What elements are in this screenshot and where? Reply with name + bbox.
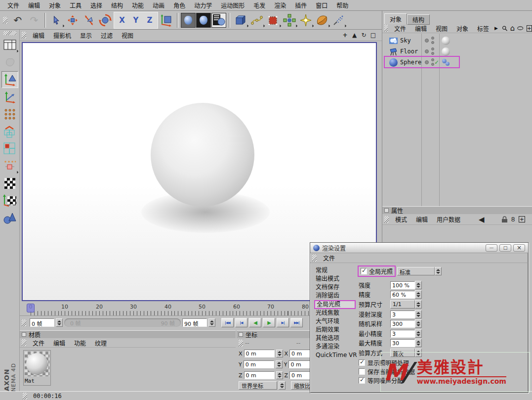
move-tool-button[interactable] (65, 12, 81, 28)
category-save[interactable]: 文档保存 (314, 283, 360, 292)
position-y-input[interactable]: 0 m (244, 360, 274, 368)
material-item[interactable]: Mat (23, 350, 51, 386)
minimize-button[interactable]: — (486, 244, 497, 252)
position-y-stepper[interactable] (276, 360, 283, 368)
materials-menu-texture[interactable]: 纹理 (90, 338, 111, 348)
add-generator-button[interactable] (265, 12, 281, 28)
object-manager-grip[interactable] (384, 25, 388, 32)
category-multipass[interactable]: 多通渲染 (314, 343, 360, 351)
om-menu-tags[interactable]: 标签 (473, 23, 493, 34)
om-menu-view[interactable]: 视图 (431, 23, 452, 34)
render-settings-button[interactable] (211, 13, 226, 28)
render-dot[interactable] (431, 52, 434, 55)
gi-mode-select[interactable]: 标准 (397, 267, 435, 275)
menu-hair[interactable]: 毛发 (249, 0, 270, 10)
show-prepass-checkbox[interactable] (359, 359, 365, 366)
eye-icon[interactable] (517, 25, 524, 31)
visibility-dot[interactable] (425, 49, 429, 53)
add-particles-button[interactable] (330, 12, 346, 28)
material-thumbnail[interactable] (25, 352, 49, 376)
add-light-button[interactable] (298, 12, 314, 28)
render-view-button[interactable] (181, 13, 196, 28)
frame-range-slider[interactable]: 0 帧 90 帧 (64, 318, 181, 327)
visibility-dot[interactable] (425, 60, 429, 64)
render-dot[interactable] (431, 41, 434, 44)
gi-enable-checkbox[interactable] (361, 268, 367, 274)
current-frame-stepper[interactable] (56, 318, 63, 327)
min-resolution-input[interactable]: 3 (390, 330, 415, 338)
coordinate-system-button[interactable] (159, 12, 174, 28)
play-button[interactable]: ▶ (263, 318, 275, 327)
dolly-view-icon[interactable]: ▲ (351, 32, 358, 39)
current-frame-marker[interactable] (27, 304, 35, 312)
play-backward-button[interactable]: ◀ (249, 318, 261, 327)
prepass-size-select[interactable]: 1/1 (390, 300, 415, 309)
add-modeling-button[interactable] (282, 12, 297, 28)
category-general[interactable]: 常规 (314, 267, 360, 275)
texture-axis-mode-button[interactable] (1, 192, 18, 209)
next-frame-button[interactable]: ▶| (277, 318, 289, 327)
rotate-view-icon[interactable]: ↻ (360, 32, 368, 39)
layout-preset-button[interactable] (1, 54, 18, 71)
add-spline-button[interactable] (249, 12, 265, 28)
add-layer-icon[interactable]: + (527, 25, 532, 32)
menu-file[interactable]: 文件 (3, 0, 24, 10)
menu-tools[interactable]: 工具 (65, 0, 86, 10)
category-global-illumination[interactable]: 全局光照 (314, 300, 356, 309)
category-caustics[interactable]: 光线焦散 (314, 309, 360, 317)
undo-button[interactable]: ↶ (10, 12, 26, 28)
status-grip[interactable] (23, 393, 27, 400)
add-attr-icon[interactable]: + (519, 216, 525, 222)
max-resolution-stepper[interactable] (415, 339, 422, 347)
menu-window[interactable]: 窗口 (311, 0, 332, 10)
menu-objects[interactable]: 对象 (44, 0, 65, 10)
menu-edit[interactable]: 编辑 (24, 0, 44, 10)
current-frame-input[interactable]: 0 帧 (30, 318, 54, 327)
category-quicktime-vr[interactable]: QuickTime VR (314, 351, 360, 359)
accuracy-stepper[interactable] (415, 290, 422, 299)
stochastic-samples-input[interactable]: 300 (390, 320, 415, 328)
menu-dynamics[interactable]: 动力学 (190, 0, 216, 10)
gi-mode-stepper[interactable] (435, 267, 442, 275)
position-x-stepper[interactable] (276, 350, 283, 357)
editor-dot[interactable] (431, 47, 434, 50)
menu-structure[interactable]: 结构 (107, 0, 127, 10)
category-options[interactable]: 其他选项 (314, 334, 360, 343)
lock-icon[interactable] (501, 216, 508, 223)
viewport-menu-edit[interactable]: 编辑 (28, 30, 49, 41)
save-solution-checkbox[interactable] (359, 368, 365, 375)
max-resolution-input[interactable]: 30 (390, 339, 415, 347)
render-picture-viewer-button[interactable] (196, 13, 211, 28)
live-selection-button[interactable] (48, 12, 64, 28)
position-z-input[interactable]: 0 m (244, 371, 275, 379)
search-icon[interactable] (502, 25, 508, 32)
object-name[interactable]: Sky (400, 37, 411, 44)
viewport-grip[interactable] (22, 32, 26, 39)
layout-manager-button[interactable] (1, 37, 18, 53)
transport-grip[interactable] (22, 319, 26, 326)
menu-selection[interactable]: 选择 (86, 0, 107, 10)
dialog-title-bar[interactable]: 渲染设置 — □ × (310, 243, 528, 253)
flyout-arrow-icon[interactable]: ▶ (494, 26, 498, 31)
category-ambient-occlusion[interactable]: 大气环境 (314, 317, 360, 326)
menu-character[interactable]: 角色 (169, 0, 190, 10)
object-row-sphere[interactable]: Sphere ✓ (383, 57, 531, 68)
editor-dot[interactable] (431, 37, 434, 40)
object-row-sky[interactable]: Sky (383, 36, 531, 46)
menu-mograph[interactable]: 运动图形 (216, 0, 249, 10)
strength-stepper[interactable] (415, 281, 422, 289)
materials-menu-function[interactable]: 功能 (70, 338, 90, 348)
prepass-size-stepper[interactable] (415, 300, 422, 309)
category-antialiasing[interactable]: 消除锯齿 (314, 292, 360, 300)
viewport-menu-view[interactable]: 视图 (117, 30, 138, 41)
close-button[interactable]: × (513, 244, 525, 252)
coordinates-grip[interactable] (239, 340, 243, 347)
texture-tag-icon[interactable] (442, 47, 450, 56)
diffuse-depth-stepper[interactable] (415, 310, 422, 318)
end-frame-stepper[interactable] (208, 318, 215, 327)
go-to-end-button[interactable]: ▶▶| (290, 318, 303, 327)
om-menu-file[interactable]: 文件 (390, 23, 410, 34)
scale-tool-button[interactable] (81, 12, 97, 28)
redo-button[interactable]: ↷ (26, 12, 42, 28)
end-frame-input[interactable]: 90 帧 (182, 318, 207, 327)
